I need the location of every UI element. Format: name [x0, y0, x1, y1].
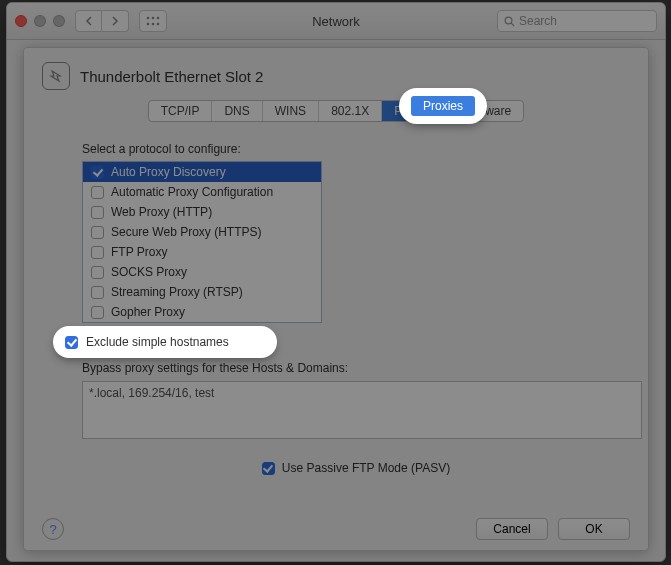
protocol-row[interactable]: Gopher Proxy: [83, 302, 321, 322]
minimize-window-button[interactable]: [34, 15, 46, 27]
search-icon: [504, 16, 515, 27]
preferences-window: Network Search Thunderbolt Ethernet Slot…: [6, 2, 666, 562]
highlight-exclude-simple: Exclude simple hostnames: [55, 328, 275, 356]
search-field[interactable]: Search: [497, 10, 657, 32]
protocol-checkbox[interactable]: [91, 306, 104, 319]
sheet-footer: ? Cancel OK: [24, 518, 648, 540]
svg-line-7: [511, 23, 514, 26]
protocol-label-text: Gopher Proxy: [111, 305, 185, 319]
cancel-button[interactable]: Cancel: [476, 518, 548, 540]
protocol-checkbox[interactable]: [91, 166, 104, 179]
protocol-row[interactable]: Auto Proxy Discovery: [83, 162, 321, 182]
advanced-sheet: Thunderbolt Ethernet Slot 2 TCP/IP DNS W…: [23, 47, 649, 551]
protocol-label-text: Secure Web Proxy (HTTPS): [111, 225, 261, 239]
svg-point-0: [147, 17, 150, 20]
protocol-row[interactable]: Automatic Proxy Configuration: [83, 182, 321, 202]
protocol-label: Select a protocol to configure:: [82, 142, 630, 156]
protocol-checkbox[interactable]: [91, 226, 104, 239]
protocol-label-text: Automatic Proxy Configuration: [111, 185, 273, 199]
protocol-label-text: Web Proxy (HTTP): [111, 205, 212, 219]
tab-dns[interactable]: DNS: [212, 101, 262, 121]
protocol-row[interactable]: Streaming Proxy (RTSP): [83, 282, 321, 302]
zoom-window-button[interactable]: [53, 15, 65, 27]
protocol-checkbox[interactable]: [91, 266, 104, 279]
back-button[interactable]: [75, 10, 102, 32]
ok-button[interactable]: OK: [558, 518, 630, 540]
sheet-title: Thunderbolt Ethernet Slot 2: [80, 68, 263, 85]
protocol-label-text: Auto Proxy Discovery: [111, 165, 226, 179]
passive-ftp-checkbox[interactable]: [262, 462, 275, 475]
protocol-row[interactable]: SOCKS Proxy: [83, 262, 321, 282]
passive-ftp-label: Use Passive FTP Mode (PASV): [282, 461, 450, 475]
traffic-lights: [15, 15, 65, 27]
show-all-button[interactable]: [139, 10, 167, 32]
svg-point-5: [157, 23, 160, 26]
protocol-row[interactable]: Web Proxy (HTTP): [83, 202, 321, 222]
protocol-checkbox[interactable]: [91, 206, 104, 219]
help-button[interactable]: ?: [42, 518, 64, 540]
highlight-proxies-tab: Proxies: [401, 90, 485, 122]
protocol-label-text: Streaming Proxy (RTSP): [111, 285, 243, 299]
bypass-label: Bypass proxy settings for these Hosts & …: [82, 361, 630, 375]
protocol-label-text: FTP Proxy: [111, 245, 167, 259]
tab-wins[interactable]: WINS: [263, 101, 319, 121]
nav-back-forward: [75, 10, 129, 32]
search-placeholder: Search: [519, 14, 557, 28]
protocol-list[interactable]: Auto Proxy Discovery Automatic Proxy Con…: [82, 161, 322, 323]
tab-8021x[interactable]: 802.1X: [319, 101, 382, 121]
svg-point-2: [157, 17, 160, 20]
exclude-simple-checkbox[interactable]: [65, 336, 78, 349]
svg-point-1: [152, 17, 155, 20]
svg-point-3: [147, 23, 150, 26]
protocol-checkbox[interactable]: [91, 286, 104, 299]
protocol-checkbox[interactable]: [91, 246, 104, 259]
bypass-value: *.local, 169.254/16, test: [89, 386, 214, 400]
close-window-button[interactable]: [15, 15, 27, 27]
highlight-proxies-label: Proxies: [411, 96, 475, 116]
svg-point-6: [505, 17, 512, 24]
titlebar: Network Search: [7, 3, 665, 40]
exclude-simple-label: Exclude simple hostnames: [86, 335, 229, 349]
forward-button[interactable]: [102, 10, 129, 32]
protocol-label-text: SOCKS Proxy: [111, 265, 187, 279]
tab-tcpip[interactable]: TCP/IP: [149, 101, 213, 121]
protocol-row[interactable]: Secure Web Proxy (HTTPS): [83, 222, 321, 242]
thunderbolt-icon: [42, 62, 70, 90]
protocol-row[interactable]: FTP Proxy: [83, 242, 321, 262]
svg-point-4: [152, 23, 155, 26]
bypass-textarea[interactable]: *.local, 169.254/16, test: [82, 381, 642, 439]
protocol-checkbox[interactable]: [91, 186, 104, 199]
